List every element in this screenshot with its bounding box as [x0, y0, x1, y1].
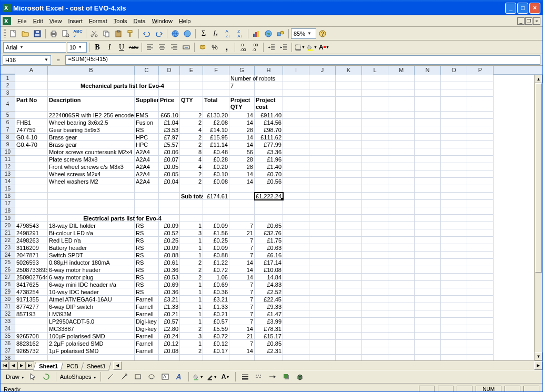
cell-J23[interactable]: [309, 244, 336, 252]
cell-K4[interactable]: [336, 97, 362, 112]
format-painter-button[interactable]: [125, 28, 136, 39]
row-header[interactable]: 34: [1, 325, 15, 333]
cell-K14[interactable]: [336, 178, 362, 185]
cell-I4[interactable]: [283, 97, 309, 112]
cell-N26[interactable]: [415, 266, 441, 274]
cell-M34[interactable]: [388, 325, 415, 333]
cell-N35[interactable]: [415, 333, 441, 340]
cell-B3[interactable]: [48, 89, 135, 97]
cell-M27[interactable]: [388, 274, 415, 281]
cell-M18[interactable]: [388, 207, 415, 215]
cell-L4[interactable]: [362, 97, 388, 112]
col-header-D[interactable]: D: [159, 66, 180, 75]
cell-K29[interactable]: [336, 288, 362, 296]
cell-P15[interactable]: [467, 185, 494, 193]
sheet-tab-pcb[interactable]: PCB: [61, 363, 84, 370]
cell-F11[interactable]: £0.28: [203, 156, 229, 163]
cell-J25[interactable]: [309, 259, 336, 266]
cell-K20[interactable]: [336, 222, 362, 229]
cell-C17[interactable]: [135, 200, 159, 207]
cell-K31[interactable]: [336, 303, 362, 310]
cell-O11[interactable]: [441, 156, 467, 163]
cell-P7[interactable]: [467, 126, 494, 134]
bold-button[interactable]: B: [92, 42, 103, 53]
cell-H28[interactable]: £4.83: [255, 281, 283, 288]
cell-L37[interactable]: [362, 347, 388, 355]
cell-O17[interactable]: [441, 200, 467, 207]
zoom-combo[interactable]: 85%▼: [291, 28, 316, 39]
cell-N36[interactable]: [415, 340, 441, 347]
cell-M31[interactable]: [388, 303, 415, 310]
cell-I11[interactable]: [283, 156, 309, 163]
cell-C30[interactable]: Farnell: [135, 296, 159, 303]
borders-button[interactable]: ▼: [294, 42, 306, 53]
cell-O25[interactable]: [441, 259, 467, 266]
font-name-combo[interactable]: Arial▼: [3, 42, 66, 53]
cell-C6[interactable]: Fusion: [135, 119, 159, 126]
cell-N27[interactable]: [415, 274, 441, 281]
cell-C3[interactable]: [135, 89, 159, 97]
cell-A2[interactable]: [15, 82, 48, 89]
close-button[interactable]: ×: [529, 3, 540, 14]
cell-G2[interactable]: 7: [229, 82, 255, 89]
cell-G4[interactable]: Project QTY: [229, 97, 255, 112]
cell-O26[interactable]: [441, 266, 467, 274]
cell-P16[interactable]: [467, 193, 494, 200]
scroll-down-button[interactable]: ▼: [535, 352, 542, 360]
cell-C26[interactable]: RS: [135, 266, 159, 274]
cell-E8[interactable]: 2: [180, 134, 203, 141]
cell-L25[interactable]: [362, 259, 388, 266]
col-header-L[interactable]: L: [362, 66, 388, 75]
cell-C14[interactable]: A2A4: [135, 178, 159, 185]
cell-D34[interactable]: £2.80: [159, 325, 180, 333]
cell-G10[interactable]: 56: [229, 148, 255, 156]
cell-A15[interactable]: [15, 185, 48, 193]
cell-D4[interactable]: Price: [159, 97, 180, 112]
cell-N2[interactable]: [415, 82, 441, 89]
cell-A23[interactable]: 3116209: [15, 244, 48, 252]
cell-K17[interactable]: [336, 200, 362, 207]
cell-K1[interactable]: [336, 75, 362, 82]
cell-I9[interactable]: [283, 141, 309, 148]
horizontal-scrollbar[interactable]: ◀ ▶: [113, 361, 542, 370]
cell-D8[interactable]: £7.97: [159, 134, 180, 141]
cell-P26[interactable]: [467, 266, 494, 274]
cell-G5[interactable]: 14: [229, 112, 255, 119]
cell-A35[interactable]: 9265708: [15, 333, 48, 340]
cell-O12[interactable]: [441, 163, 467, 170]
cell-E35[interactable]: 3: [180, 333, 203, 340]
cell-J3[interactable]: [309, 89, 336, 97]
cell-F6[interactable]: £2.08: [203, 119, 229, 126]
cell-F21[interactable]: £1.56: [203, 229, 229, 237]
cell-M6[interactable]: [388, 119, 415, 126]
cell-L2[interactable]: [362, 82, 388, 89]
cell-A17[interactable]: [15, 200, 48, 207]
row-header[interactable]: 2: [1, 82, 15, 89]
cell-B33[interactable]: LP2950ACDT-5.0: [48, 318, 135, 325]
cell-L12[interactable]: [362, 163, 388, 170]
cell-G8[interactable]: 14: [229, 134, 255, 141]
cell-C27[interactable]: RS: [135, 274, 159, 281]
cell-F36[interactable]: £0.12: [203, 340, 229, 347]
cell-K3[interactable]: [336, 89, 362, 97]
row-header[interactable]: 35: [1, 333, 15, 340]
cell-N25[interactable]: [415, 259, 441, 266]
cell-I33[interactable]: [283, 318, 309, 325]
cell-I21[interactable]: [283, 229, 309, 237]
row-header[interactable]: 8: [1, 134, 15, 141]
maximize-button[interactable]: □: [517, 3, 528, 14]
cell-M10[interactable]: [388, 148, 415, 156]
cell-C12[interactable]: A2A4: [135, 163, 159, 170]
cell-M11[interactable]: [388, 156, 415, 163]
cell-E22[interactable]: 1: [180, 237, 203, 244]
cell-P18[interactable]: [467, 207, 494, 215]
cell-F15[interactable]: [203, 185, 229, 193]
cell-F26[interactable]: £0.72: [203, 266, 229, 274]
select-all-corner[interactable]: [1, 66, 15, 74]
cell-G22[interactable]: 7: [229, 237, 255, 244]
cell-P4[interactable]: [467, 97, 494, 112]
redo-button[interactable]: [153, 28, 165, 39]
col-header-O[interactable]: O: [441, 66, 467, 75]
cell-N1[interactable]: [415, 75, 441, 82]
cell-H3[interactable]: [255, 89, 283, 97]
